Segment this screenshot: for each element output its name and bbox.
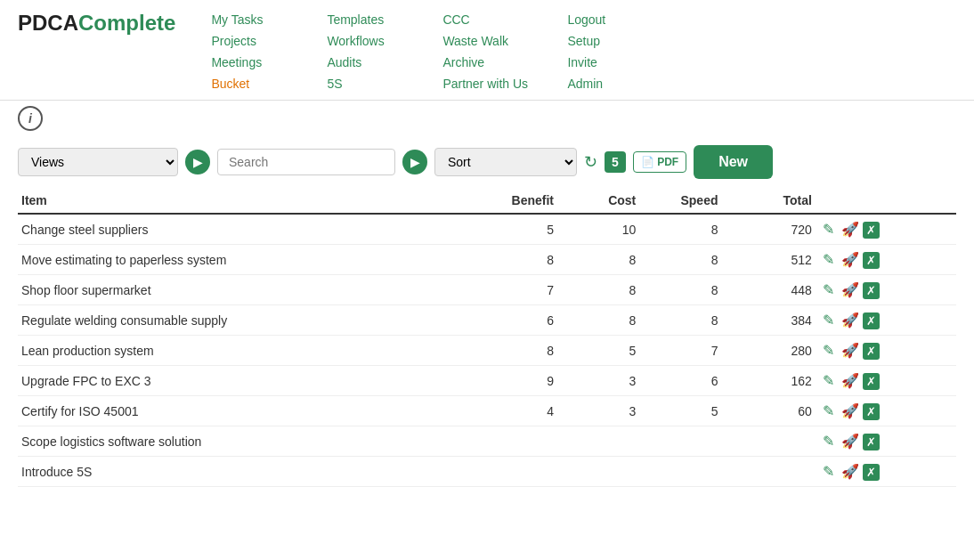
edit-button[interactable]: ✎: [819, 249, 838, 270]
header-actions: [816, 188, 956, 214]
delete-button[interactable]: ✗: [863, 464, 880, 481]
nav-col-4: Logout Setup Invite Admin: [567, 11, 656, 93]
cell-total: 162: [721, 366, 815, 396]
edit-button[interactable]: ✎: [819, 340, 838, 361]
logo-pdca: PDCA: [18, 11, 78, 35]
rocket-button[interactable]: 🚀: [838, 310, 863, 330]
cell-cost: [557, 457, 639, 487]
table-row: Change steel suppliers5108720✎🚀✗: [18, 214, 956, 245]
nav-bucket[interactable]: Bucket: [211, 75, 318, 93]
cell-cost: [557, 426, 639, 457]
nav-col-3: CCC Waste Walk Archive Partner with Us: [442, 11, 558, 93]
pdf-label: PDF: [657, 156, 678, 168]
delete-button[interactable]: ✗: [863, 373, 880, 390]
cell-actions: ✎🚀✗: [816, 366, 956, 396]
nav-partner[interactable]: Partner with Us: [442, 75, 558, 93]
nav-invite[interactable]: Invite: [567, 53, 656, 71]
sort-select[interactable]: Sort: [434, 148, 577, 176]
nav-ccc[interactable]: CCC: [442, 11, 558, 28]
cell-speed: 8: [639, 275, 721, 305]
cell-total: 448: [721, 275, 815, 305]
nav-meetings[interactable]: Meetings: [211, 53, 318, 71]
table-row: Lean production system857280✎🚀✗: [18, 336, 956, 366]
cell-benefit: 6: [464, 305, 557, 336]
rocket-button[interactable]: 🚀: [838, 219, 863, 239]
cell-actions: ✎🚀✗: [816, 457, 956, 487]
nav-logout[interactable]: Logout: [567, 11, 656, 28]
cell-total: 60: [721, 396, 815, 426]
delete-button[interactable]: ✗: [863, 434, 880, 450]
refresh-button[interactable]: ↻: [584, 152, 597, 172]
cell-item: Introduce 5S: [18, 457, 464, 487]
badge-5-button[interactable]: 5: [605, 151, 626, 173]
header-item: Item: [18, 188, 464, 214]
cell-item: Shop floor supermarket: [18, 275, 464, 305]
delete-button[interactable]: ✗: [863, 312, 880, 329]
nav-5s[interactable]: 5S: [327, 75, 434, 93]
cell-actions: ✎🚀✗: [816, 396, 956, 426]
cell-item: Regulate welding consumable supply: [18, 305, 464, 336]
cell-benefit: 7: [464, 275, 557, 305]
cell-item: Scope logistics software solution: [18, 426, 464, 457]
logo: PDCAComplete: [18, 11, 175, 36]
header: PDCAComplete My Tasks Projects Meetings …: [0, 0, 974, 101]
edit-button[interactable]: ✎: [819, 219, 838, 239]
cell-speed: 8: [639, 214, 721, 245]
info-row: i: [0, 101, 974, 136]
delete-button[interactable]: ✗: [863, 252, 880, 269]
new-button[interactable]: New: [694, 145, 773, 179]
info-icon[interactable]: i: [18, 106, 43, 131]
table-row: Scope logistics software solution✎🚀✗: [18, 426, 956, 457]
delete-button[interactable]: ✗: [863, 343, 880, 360]
edit-button[interactable]: ✎: [819, 461, 838, 482]
rocket-button[interactable]: 🚀: [838, 370, 863, 391]
edit-button[interactable]: ✎: [819, 280, 838, 300]
table-row: Move estimating to paperless system88851…: [18, 245, 956, 275]
cell-benefit: 4: [464, 396, 557, 426]
cell-total: [721, 457, 815, 487]
nav-waste-walk[interactable]: Waste Walk: [442, 32, 558, 50]
rocket-button[interactable]: 🚀: [838, 431, 863, 451]
search-arrow-button[interactable]: ▶: [402, 150, 427, 174]
table-row: Certify for ISO 4500143560✎🚀✗: [18, 396, 956, 426]
nav-templates[interactable]: Templates: [327, 11, 434, 28]
search-input[interactable]: [217, 149, 395, 175]
rocket-button[interactable]: 🚀: [838, 249, 863, 270]
delete-button[interactable]: ✗: [863, 282, 880, 299]
nav-my-tasks[interactable]: My Tasks: [211, 11, 318, 28]
cell-cost: 10: [557, 214, 639, 245]
table-row: Upgrade FPC to EXC 3936162✎🚀✗: [18, 366, 956, 396]
cell-cost: 8: [557, 245, 639, 275]
rocket-button[interactable]: 🚀: [838, 461, 863, 482]
rocket-button[interactable]: 🚀: [838, 401, 863, 421]
edit-button[interactable]: ✎: [819, 310, 838, 330]
pdf-button[interactable]: 📄 PDF: [633, 151, 686, 173]
nav-archive[interactable]: Archive: [442, 53, 558, 71]
cell-cost: 3: [557, 396, 639, 426]
rocket-button[interactable]: 🚀: [838, 280, 863, 300]
views-select[interactable]: Views: [18, 148, 178, 176]
cell-benefit: 5: [464, 214, 557, 245]
logo-complete: Complete: [78, 11, 175, 35]
header-total: Total: [721, 188, 815, 214]
nav-admin[interactable]: Admin: [567, 75, 656, 93]
nav-setup[interactable]: Setup: [567, 32, 656, 50]
nav-audits[interactable]: Audits: [327, 53, 434, 71]
nav-workflows[interactable]: Workflows: [327, 32, 434, 50]
edit-button[interactable]: ✎: [819, 401, 838, 421]
cell-total: 512: [721, 245, 815, 275]
header-benefit: Benefit: [464, 188, 557, 214]
edit-button[interactable]: ✎: [819, 431, 838, 451]
nav-projects[interactable]: Projects: [211, 32, 318, 50]
main-nav: My Tasks Projects Meetings Bucket Templa…: [211, 11, 656, 93]
cell-speed: [639, 457, 721, 487]
table-row: Regulate welding consumable supply688384…: [18, 305, 956, 336]
delete-button[interactable]: ✗: [863, 403, 880, 420]
table-body: Change steel suppliers5108720✎🚀✗Move est…: [18, 214, 956, 487]
cell-actions: ✎🚀✗: [816, 275, 956, 305]
edit-button[interactable]: ✎: [819, 370, 838, 391]
views-arrow-button[interactable]: ▶: [185, 150, 210, 174]
rocket-button[interactable]: 🚀: [838, 340, 863, 361]
delete-button[interactable]: ✗: [863, 222, 880, 239]
cell-item: Move estimating to paperless system: [18, 245, 464, 275]
